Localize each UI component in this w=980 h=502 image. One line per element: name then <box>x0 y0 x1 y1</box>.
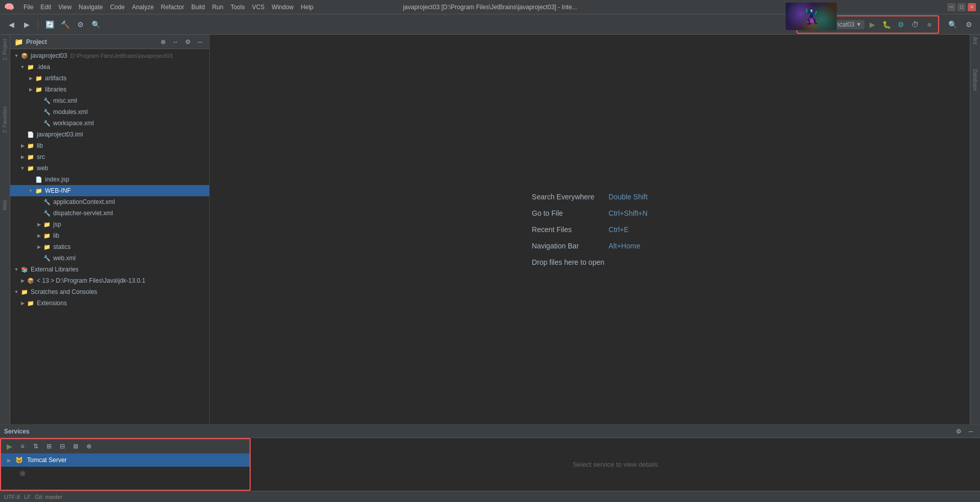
services-settings-button[interactable]: ⚙ <box>953 426 964 437</box>
jdk-icon: 📦 <box>27 277 35 285</box>
stop-button[interactable]: ■ <box>923 18 936 31</box>
toolbar-search-button[interactable]: 🔍 <box>945 17 960 32</box>
menu-navigate[interactable]: Navigate <box>76 3 106 12</box>
run-button[interactable]: ▶ <box>865 18 879 31</box>
tomcat-server-label: Tomcat Server <box>27 457 66 464</box>
project-tree: ▼ 📦 javaproject03 D:\Program Files\JetBr… <box>10 49 209 424</box>
shortcut-search-everywhere: Search Everywhere Double Shift <box>532 193 648 201</box>
tree-node-webxml[interactable]: 🔧 web.xml <box>10 253 209 264</box>
menu-analyze[interactable]: Analyze <box>129 3 157 12</box>
node-label-idea: .idea <box>37 63 50 71</box>
tree-node-idea[interactable]: ▼ 📁 .idea <box>10 61 209 73</box>
tree-node-artifacts[interactable]: ▶ 📁 artifacts <box>10 73 209 84</box>
services-hide-button[interactable]: ─ <box>966 426 976 437</box>
debug-button[interactable]: 🐛 <box>880 18 893 31</box>
search-everywhere-button[interactable]: 🔍 <box>88 17 103 32</box>
tree-node-lib[interactable]: ▶ 📁 lib <box>10 140 209 151</box>
node-label-statics: statics <box>53 243 71 250</box>
tree-node-src[interactable]: ▶ 📁 src <box>10 151 209 163</box>
services-run-button[interactable]: ▶ <box>3 440 15 452</box>
tomcat-server-icon: 🐱 <box>15 457 23 464</box>
sidebar-tab-web[interactable]: Web <box>1 198 9 212</box>
menu-file[interactable]: File <box>20 3 36 12</box>
tree-node-iml[interactable]: 📄 javaproject03.iml <box>10 129 209 140</box>
tree-node-indexjsp[interactable]: 📄 index.jsp <box>10 174 209 185</box>
services-sort-button[interactable]: ⇅ <box>30 440 42 452</box>
hammer-button[interactable]: 🔨 <box>58 17 72 32</box>
tree-node-modules[interactable]: 🔧 modules.xml <box>10 106 209 118</box>
thumbnail-container: 🦹 <box>786 3 837 30</box>
menu-help[interactable]: Help <box>298 3 317 12</box>
tree-node-jdk[interactable]: ▶ 📦 < 13 > D:\Program Files\Java\jdk-13.… <box>10 275 209 286</box>
node-label-modules: modules.xml <box>53 108 87 116</box>
panel-hide-button[interactable]: ─ <box>195 37 205 47</box>
coverage-button[interactable]: ⚙ <box>894 18 907 31</box>
tree-node-dispatcher[interactable]: 🔧 dispatcher-servlet.xml <box>10 208 209 219</box>
tree-node-libraries[interactable]: ▶ 📁 libraries <box>10 84 209 95</box>
right-sidebar: Ant Database <box>970 35 980 424</box>
project-folder-icon: 📁 <box>14 38 23 46</box>
services-collapse-button[interactable]: ≡ <box>16 440 29 452</box>
services-deploy-button[interactable]: ⊠ <box>70 440 82 452</box>
menu-vcs[interactable]: VCS <box>249 3 268 12</box>
tree-node-web[interactable]: ▼ 📁 web <box>10 163 209 174</box>
shortcut-key-goto: Ctrl+Shift+N <box>609 209 648 217</box>
sidebar-tab-ant[interactable]: Ant <box>971 35 979 47</box>
services-filter-button[interactable]: ⊟ <box>56 440 69 452</box>
sync-button[interactable]: 🔄 <box>42 17 57 32</box>
tree-node-extensions[interactable]: ▶ 📁 Extensions <box>10 298 209 309</box>
tree-node-jspfolder[interactable]: ▶ 📁 jsp <box>10 219 209 230</box>
toolbar-sep-1 <box>38 19 38 30</box>
minimize-button[interactable]: ─ <box>947 3 955 11</box>
services-item-blank[interactable]: ⚙ <box>1 467 250 480</box>
scratches-icon: 📁 <box>20 288 29 296</box>
sidebar-tab-database[interactable]: Database <box>971 67 979 93</box>
toggle-workspace <box>35 119 43 127</box>
extensions-icon: 📁 <box>27 299 35 307</box>
services-group-button[interactable]: ⊞ <box>43 440 55 452</box>
tree-node-scratches[interactable]: ▼ 📁 Scratches and Consoles <box>10 286 209 298</box>
menu-refactor[interactable]: Refactor <box>158 3 187 12</box>
panel-settings-button[interactable]: ⚙ <box>183 37 193 47</box>
menu-build[interactable]: Build <box>188 3 208 12</box>
shortcut-key-navbar: Alt+Home <box>609 242 640 250</box>
back-button[interactable]: ◀ <box>4 17 18 32</box>
toggle-webinf: ▼ <box>27 187 35 195</box>
tree-node-workspace[interactable]: 🔧 workspace.xml <box>10 118 209 129</box>
panel-add-button[interactable]: ⊕ <box>158 37 168 47</box>
tree-node-appctx[interactable]: 🔧 applicationContext.xml <box>10 196 209 208</box>
close-button[interactable]: ✕ <box>968 3 976 11</box>
menu-code[interactable]: Code <box>107 3 128 12</box>
shortcut-label-navbar: Navigation Bar <box>532 242 604 250</box>
menu-edit[interactable]: Edit <box>37 3 54 12</box>
services-toolbar: ▶ ≡ ⇅ ⊞ ⊟ ⊠ ⊕ <box>1 439 250 453</box>
status-git: Git: master <box>35 494 62 500</box>
tree-node-libwebinf[interactable]: ▶ 📁 lib <box>10 230 209 241</box>
tree-node-statics[interactable]: ▶ 📁 statics <box>10 241 209 253</box>
menu-view[interactable]: View <box>55 3 75 12</box>
services-item-tomcat[interactable]: ▶ 🐱 Tomcat Server <box>1 453 250 467</box>
bottom-panel-header: Services ⚙ ─ <box>0 425 980 438</box>
forward-button[interactable]: ▶ <box>19 17 34 32</box>
menu-run[interactable]: Run <box>209 3 227 12</box>
menu-window[interactable]: Window <box>269 3 297 12</box>
bottom-panel-content: ▶ ≡ ⇅ ⊞ ⊟ ⊠ ⊕ ▶ 🐱 Tomcat Server ⚙ <box>0 438 980 491</box>
menu-tools[interactable]: Tools <box>228 3 248 12</box>
services-tree-panel: ▶ ≡ ⇅ ⊞ ⊟ ⊠ ⊕ ▶ 🐱 Tomcat Server ⚙ <box>0 438 251 491</box>
sidebar-tab-favorites[interactable]: 2: Favorites <box>1 104 9 135</box>
profile-button[interactable]: ⏱ <box>908 18 922 31</box>
misc-xml-icon: 🔧 <box>43 97 51 105</box>
sidebar-tab-project[interactable]: 1: Project <box>1 37 9 62</box>
tree-node-webinf[interactable]: ▼ 📁 WEB-INF <box>10 185 209 196</box>
tree-node-misc[interactable]: 🔧 misc.xml <box>10 95 209 106</box>
settings-button[interactable]: ⚙ <box>73 17 87 32</box>
panel-expand-button[interactable]: ↔ <box>170 37 181 47</box>
services-add-button[interactable]: ⊕ <box>83 440 95 452</box>
node-label-appctx: applicationContext.xml <box>53 198 115 206</box>
node-label-lib: lib <box>37 142 43 149</box>
node-label-jdk: < 13 > D:\Program Files\Java\jdk-13.0.1 <box>37 277 145 284</box>
tree-node-root[interactable]: ▼ 📦 javaproject03 D:\Program Files\JetBr… <box>10 50 209 61</box>
maximize-button[interactable]: □ <box>957 3 966 11</box>
tree-node-extlibs[interactable]: ▼ 📚 External Libraries <box>10 264 209 275</box>
toolbar-gear-button[interactable]: ⚙ <box>962 17 976 32</box>
